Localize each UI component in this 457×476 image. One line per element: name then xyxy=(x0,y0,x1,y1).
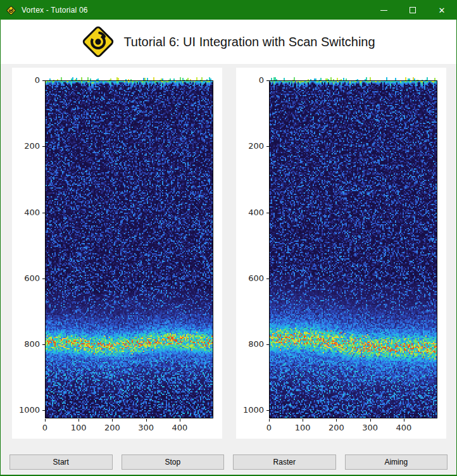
x-axis-tick-mark xyxy=(404,419,404,422)
start-button[interactable]: Start xyxy=(9,454,113,470)
left-spectrogram-heatmap-canvas xyxy=(46,81,213,418)
aiming-button[interactable]: Aiming xyxy=(345,454,448,470)
x-axis-tick-label: 400 xyxy=(390,423,418,432)
y-axis-tick-label: 600 xyxy=(237,273,264,283)
x-axis-tick-mark xyxy=(112,419,113,422)
y-axis-tick-mark xyxy=(266,80,269,81)
y-axis-tick-mark xyxy=(266,213,269,213)
window-controls: ✕ xyxy=(369,1,456,20)
control-button-row: Start Stop Raster Aiming xyxy=(1,454,456,470)
raster-button[interactable]: Raster xyxy=(233,454,336,470)
x-axis-tick-mark xyxy=(370,419,371,422)
y-axis-tick-mark xyxy=(42,213,45,213)
x-axis-tick-label: 0 xyxy=(31,423,59,432)
x-axis-tick-label: 400 xyxy=(166,423,194,432)
header: Tutorial 6: UI Integration with Scan Swi… xyxy=(1,20,456,64)
y-axis-tick-label: 600 xyxy=(13,273,40,283)
y-axis-tick-mark xyxy=(266,410,269,411)
y-axis-tick-mark xyxy=(42,80,45,81)
close-button[interactable]: ✕ xyxy=(427,1,456,20)
vortex-roadsign-icon xyxy=(82,25,115,58)
x-axis-tick-label: 0 xyxy=(255,423,283,432)
x-axis-tick-label: 100 xyxy=(289,423,316,432)
figure-panel-left: 020040060080010000100200300400 xyxy=(12,68,222,439)
x-axis-tick-label: 100 xyxy=(65,423,92,432)
y-axis-tick-label: 800 xyxy=(237,339,264,349)
app-vortex-icon xyxy=(6,6,16,15)
minimize-icon xyxy=(380,10,387,11)
y-axis-tick-label: 400 xyxy=(237,208,264,217)
x-axis-tick-label: 200 xyxy=(98,423,126,432)
x-axis-tick-mark xyxy=(146,419,147,422)
y-axis-tick-mark xyxy=(266,279,269,279)
vortex-app-window: { "window": { "title": "Vortex - Tutoria… xyxy=(0,0,457,476)
y-axis-tick-label: 1000 xyxy=(237,405,264,415)
x-axis-tick-mark xyxy=(336,419,337,422)
y-axis-tick-mark xyxy=(42,344,45,345)
x-axis-tick-mark xyxy=(45,419,46,422)
left-spectrogram-top-spikes xyxy=(46,76,213,80)
minimize-button[interactable] xyxy=(369,1,398,20)
y-axis-tick-label: 200 xyxy=(237,141,264,151)
x-axis-tick-mark xyxy=(180,419,180,422)
x-axis-tick-mark xyxy=(303,419,303,422)
x-axis-tick-label: 300 xyxy=(132,423,160,432)
x-axis-tick-mark xyxy=(269,419,270,422)
y-axis-tick-label: 200 xyxy=(13,141,40,151)
y-axis-tick-label: 0 xyxy=(237,75,264,85)
y-axis-tick-mark xyxy=(42,146,45,147)
plots-row: 020040060080010000100200300400 020040060… xyxy=(1,64,456,439)
stop-button[interactable]: Stop xyxy=(122,454,225,470)
titlebar: Vortex - Tutorial 06 ✕ xyxy=(1,1,456,20)
y-axis-tick-mark xyxy=(42,279,45,279)
figure-panel-right: 020040060080010000100200300400 xyxy=(236,68,446,439)
close-icon: ✕ xyxy=(439,6,446,15)
x-axis-tick-mark xyxy=(78,419,79,422)
y-axis-tick-label: 400 xyxy=(13,208,40,217)
y-axis-tick-label: 0 xyxy=(13,75,40,85)
y-axis-tick-mark xyxy=(266,146,269,147)
y-axis-tick-mark xyxy=(266,344,269,345)
y-axis-tick-label: 1000 xyxy=(13,405,40,415)
right-spectrogram-heatmap-canvas xyxy=(270,81,437,418)
right-spectrogram-top-spikes xyxy=(270,76,437,80)
x-axis-tick-label: 200 xyxy=(322,423,350,432)
maximize-button[interactable] xyxy=(398,1,427,20)
right-spectrogram-plot-area xyxy=(269,80,437,418)
maximize-icon xyxy=(410,7,416,13)
x-axis-tick-label: 300 xyxy=(356,423,384,432)
page-title: Tutorial 6: UI Integration with Scan Swi… xyxy=(123,35,375,49)
left-spectrogram-plot-area xyxy=(45,80,213,418)
y-axis-tick-label: 800 xyxy=(13,339,40,349)
y-axis-tick-mark xyxy=(42,410,45,411)
window-title: Vortex - Tutorial 06 xyxy=(22,6,88,15)
